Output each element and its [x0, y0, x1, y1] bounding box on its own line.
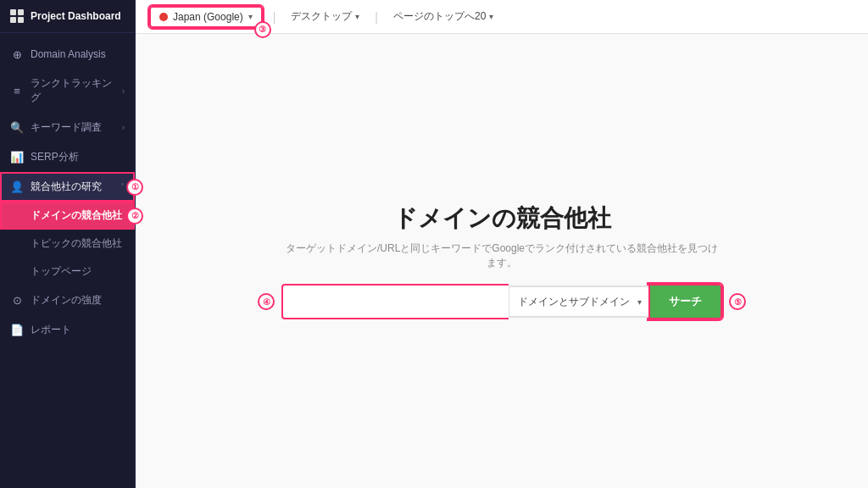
sidebar-subitem-topic-competitors[interactable]: トピックの競合他社 [0, 230, 135, 258]
sidebar-item-label: Domain Analysis [31, 48, 106, 60]
app-logo-icon [10, 9, 24, 23]
sidebar-title: Project Dashboard [31, 10, 121, 22]
desktop-filter-label: デスクトップ [291, 9, 352, 24]
subitem-label: トピックの競合他社 [31, 236, 122, 251]
scope-select-wrapper: ドメインとサブドメイン [509, 284, 648, 319]
desktop-filter-button[interactable]: デスクトップ ▾ [286, 6, 364, 27]
center-card: ドメインの競合他社 ターゲットドメイン/URLと同じキーワードでGoogleでラ… [281, 202, 722, 319]
sidebar-item-keyword-research[interactable]: 🔍 キーワード調査 › [0, 113, 135, 142]
country-label: Japan (Google) [173, 11, 243, 23]
sidebar-item-label: ドメインの強度 [31, 293, 102, 308]
search-area-wrapper: ④ ドメインとサブドメイン サーチ ⑤ [281, 284, 722, 319]
sidebar-subitem-top-page[interactable]: トップページ [0, 258, 135, 286]
sidebar-item-domain-analysis[interactable]: ⊕ Domain Analysis [0, 40, 135, 69]
sidebar-item-label: SERP分析 [31, 150, 79, 164]
sidebar-item-serp-analysis[interactable]: 📊 SERP分析 [0, 142, 135, 172]
rank-tracking-icon: ≡ [10, 84, 24, 97]
subitem-label: トップページ [31, 264, 92, 279]
annotation-badge-4: ④ [258, 293, 275, 310]
serp-analysis-icon: 📊 [10, 151, 24, 164]
annotation-badge-5: ⑤ [729, 293, 746, 310]
competitor-research-icon: 👤 [10, 180, 24, 194]
chevron-down-icon: ˅ [120, 182, 125, 191]
scope-select[interactable]: ドメインとサブドメイン [509, 286, 648, 318]
sidebar-item-label: キーワード調査 [31, 120, 102, 135]
top-pages-filter-button[interactable]: ページのトップへ20 ▾ [388, 6, 498, 27]
topbar-divider: | [273, 10, 276, 24]
domain-analysis-icon: ⊕ [10, 47, 24, 61]
chevron-down-icon: ▾ [355, 12, 359, 21]
sidebar-item-rank-tracking[interactable]: ≡ ランクトラッキング › [0, 69, 135, 113]
topbar-divider2: | [375, 10, 378, 24]
chevron-right-icon: › [122, 123, 125, 132]
sidebar-navigation: ⊕ Domain Analysis ≡ ランクトラッキング › 🔍 キーワード調… [0, 33, 135, 488]
sidebar-subitem-domain-competitors[interactable]: ドメインの競合他社 [0, 202, 135, 230]
chevron-right-icon: › [122, 86, 125, 96]
reports-icon: 📄 [10, 324, 24, 337]
sidebar-item-domain-strength[interactable]: ⊙ ドメインの強度 [0, 286, 135, 315]
sidebar: Project Dashboard ⊕ Domain Analysis ≡ ラン… [0, 0, 136, 488]
sidebar-item-competitor-research[interactable]: 👤 競合他社の研究 ˅ [0, 172, 135, 202]
main-content: Japan (Google) ▾ ③ | デスクトップ ▾ | ページのトップへ… [136, 0, 868, 488]
country-chevron-icon: ▾ [248, 12, 253, 21]
domain-strength-icon: ⊙ [10, 294, 24, 308]
domain-search-input[interactable] [281, 284, 509, 319]
topbar: Japan (Google) ▾ ③ | デスクトップ ▾ | ページのトップへ… [136, 0, 868, 34]
keyword-research-icon: 🔍 [10, 121, 24, 135]
top-pages-filter-label: ページのトップへ20 [393, 9, 486, 24]
country-flag-icon [159, 13, 168, 21]
country-selector-wrapper: Japan (Google) ▾ ③ [149, 6, 263, 28]
sidebar-header: Project Dashboard [0, 0, 135, 33]
sidebar-item-reports[interactable]: 📄 レポート [0, 315, 135, 345]
sidebar-item-label: レポート [31, 323, 71, 337]
search-button[interactable]: サーチ [648, 284, 722, 319]
sidebar-item-label: 競合他社の研究 [31, 180, 102, 194]
chevron-down-icon: ▾ [489, 12, 493, 21]
subitem-label: ドメインの競合他社 [31, 208, 122, 223]
page-subtitle: ターゲットドメイン/URLと同じキーワードでGoogleでランク付けされている競… [281, 241, 722, 270]
sidebar-item-label: ランクトラッキング [31, 76, 115, 105]
country-selector[interactable]: Japan (Google) ▾ [149, 6, 263, 28]
search-row: ドメインとサブドメイン サーチ [281, 284, 722, 319]
page-title: ドメインの競合他社 [393, 202, 611, 235]
page-content-area: ドメインの競合他社 ターゲットドメイン/URLと同じキーワードでGoogleでラ… [136, 34, 868, 488]
